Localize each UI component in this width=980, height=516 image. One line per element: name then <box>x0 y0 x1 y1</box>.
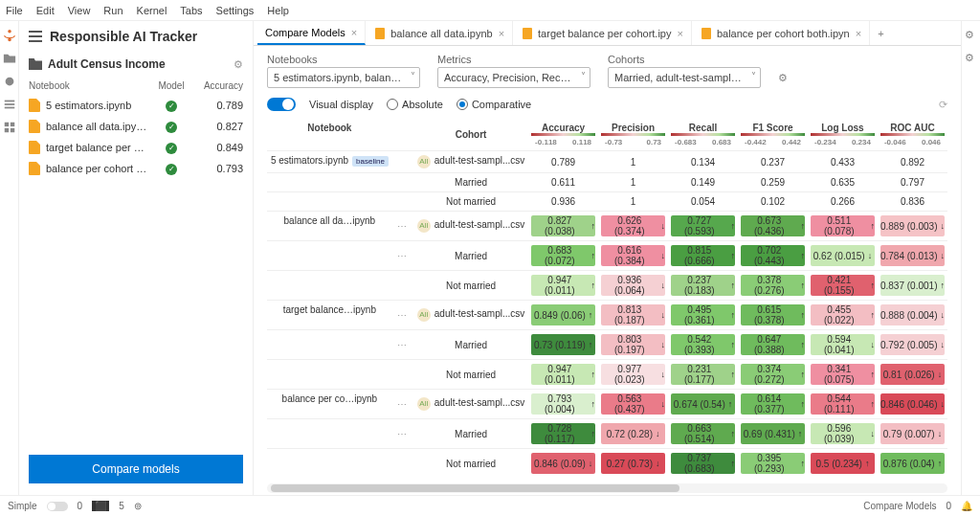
metric-header[interactable]: Recall-0.6830.683 <box>668 119 738 151</box>
metric-cell: 0.647 (0.388) ↑ <box>738 330 808 360</box>
metric-header[interactable]: Log Loss-0.2340.234 <box>808 119 878 151</box>
settings-icon-2[interactable]: ⚙ <box>965 52 978 65</box>
more-icon[interactable]: ⋯ <box>392 390 413 419</box>
table-row: balance all da…ipynb⋯Alladult-test-sampl… <box>267 212 947 241</box>
close-icon[interactable]: × <box>677 28 682 39</box>
more-icon[interactable]: ⋯ <box>392 419 413 449</box>
metric-cell: 0.542 (0.393) ↑ <box>668 330 738 360</box>
tab[interactable]: target balance per cohort.ipy× <box>515 21 692 45</box>
notebook-file-icon <box>29 120 40 133</box>
close-icon[interactable]: × <box>351 27 357 38</box>
metric-cell: 0.683 (0.072) ↑ <box>528 241 598 271</box>
notebook-row[interactable]: balance per cohort …ipynb✓0.793 <box>19 158 253 179</box>
horizontal-scrollbar[interactable] <box>267 483 947 493</box>
menu-edit[interactable]: Edit <box>36 5 55 16</box>
more-icon[interactable]: ⋯ <box>392 212 413 241</box>
cohort-cell: Married <box>413 241 528 271</box>
table-row: Not married0.846 (0.09) ↓0.27 (0.73) ↓0.… <box>267 449 947 479</box>
metric-header[interactable]: Precision-0.730.73 <box>598 119 668 151</box>
more-icon[interactable]: ⋯ <box>392 330 413 360</box>
metrics-select[interactable]: Accuracy, Precision, Recall, F1 Score… <box>437 67 590 88</box>
cohorts-filter: Cohorts Married, adult-test-sample.csv, … <box>608 54 761 88</box>
menu-tabs[interactable]: Tabs <box>180 5 202 16</box>
metric-header[interactable]: Accuracy-0.1180.118 <box>528 119 598 151</box>
metric-cell: 0.635 <box>808 173 878 192</box>
notebook-row[interactable]: 5 estimators.ipynb✓0.789 <box>19 95 253 116</box>
gear-icon[interactable]: ⚙ <box>234 58 243 71</box>
metric-cell: 0.237 <box>738 151 808 173</box>
menu-run[interactable]: Run <box>103 5 122 16</box>
metric-header[interactable]: F1 Score-0.4420.442 <box>738 119 808 151</box>
metric-cell: 0.79 (0.007) ↓ <box>878 419 947 449</box>
notebook-name: balance all data.ipynb <box>46 121 147 132</box>
notebook-row[interactable]: balance all data.ipynb✓0.827 <box>19 116 253 137</box>
table-row: ⋯Married0.73 (0.119) ↑0.803 (0.197) ↓0.5… <box>267 330 947 360</box>
notebook-file-icon <box>375 28 385 39</box>
status-icon[interactable]: ⊚ <box>134 501 142 511</box>
metric-cell: 0.544 (0.111) ↑ <box>808 390 878 419</box>
table-row: target balance…ipynb⋯Alladult-test-sampl… <box>267 301 947 330</box>
tab[interactable]: balance per cohort both.ipyn× <box>694 21 870 45</box>
more-icon[interactable]: ⋯ <box>392 301 413 330</box>
svg-rect-5 <box>4 107 14 109</box>
notebook-row[interactable]: target balance per …ipynb✓0.849 <box>19 137 253 158</box>
menu-file[interactable]: File <box>6 5 23 16</box>
extensions-icon[interactable] <box>3 121 16 134</box>
notebook-cell <box>267 449 392 479</box>
folder-icon[interactable] <box>3 52 16 65</box>
metric-cell: 0.789 <box>528 151 598 173</box>
menu-help[interactable]: Help <box>267 5 289 16</box>
notebook-cell <box>267 360 392 390</box>
svg-rect-4 <box>4 103 14 105</box>
metric-cell: 0.673 (0.436) ↑ <box>738 212 808 241</box>
compare-models-button[interactable]: Compare models <box>29 455 243 483</box>
status-toggle[interactable] <box>47 502 68 511</box>
notebook-file-icon <box>29 141 40 154</box>
notebook-cell <box>267 173 392 192</box>
menu-settings[interactable]: Settings <box>216 5 255 16</box>
settings-icon[interactable]: ⚙ <box>965 29 978 42</box>
notebook-cell <box>267 192 392 212</box>
close-icon[interactable]: × <box>856 28 861 39</box>
model-status: ✓ <box>147 162 195 175</box>
add-tab-button[interactable]: + <box>872 28 889 39</box>
run-icon[interactable] <box>3 75 16 88</box>
more-icon <box>392 151 413 173</box>
menu-kernel[interactable]: Kernel <box>137 5 167 16</box>
refresh-icon[interactable]: ⟳ <box>939 99 947 111</box>
cohorts-select[interactable]: Married, adult-test-sample.csv, Not … <box>608 67 761 88</box>
list-icon[interactable] <box>3 98 16 111</box>
notebooks-select[interactable]: 5 estimators.ipynb, balance all data… <box>267 67 420 88</box>
comparative-radio[interactable]: Comparative <box>457 99 531 110</box>
metric-cell: 1 <box>598 192 668 212</box>
metric-cell: 0.102 <box>738 192 808 212</box>
all-cohort-pill: All <box>417 397 431 411</box>
bell-icon[interactable]: 🔔 <box>961 501 972 512</box>
table-row: balance per co…ipynb⋯Alladult-test-sampl… <box>267 390 947 419</box>
tab[interactable]: balance all data.ipynb× <box>368 21 513 45</box>
metric-cell: 0.849 (0.06) ↑ <box>528 301 598 330</box>
hamburger-icon[interactable] <box>29 31 42 42</box>
visual-display-toggle[interactable] <box>267 98 296 111</box>
tab-label: target balance per cohort.ipy <box>538 28 671 39</box>
more-icon <box>392 449 413 479</box>
metric-header[interactable]: ROC AUC-0.0460.046 <box>878 119 947 151</box>
jupyter-icon[interactable] <box>3 29 16 42</box>
absolute-radio[interactable]: Absolute <box>387 99 443 110</box>
tab[interactable]: Compare Models× <box>257 21 366 45</box>
metric-cell: 0.663 (0.514) ↑ <box>668 419 738 449</box>
metric-cell: 0.827 (0.038) ↑ <box>528 212 598 241</box>
metric-cell: 0.626 (0.374) ↓ <box>598 212 668 241</box>
menu-view[interactable]: View <box>68 5 91 16</box>
tab-label: Compare Models <box>265 27 345 38</box>
metric-cell: 0.421 (0.155) ↑ <box>808 271 878 301</box>
notebook-file-icon <box>29 162 40 175</box>
close-icon[interactable]: × <box>499 28 504 39</box>
metric-cell: 0.341 (0.075) ↑ <box>808 360 878 390</box>
filter-settings-icon[interactable]: ⚙ <box>778 72 788 84</box>
status-mode: Simple <box>8 501 37 511</box>
metric-cell: 0.72 (0.28) ↓ <box>598 419 668 449</box>
more-icon[interactable]: ⋯ <box>392 241 413 271</box>
notebook-file-icon <box>29 99 40 112</box>
metric-cell: 0.892 <box>878 151 947 173</box>
